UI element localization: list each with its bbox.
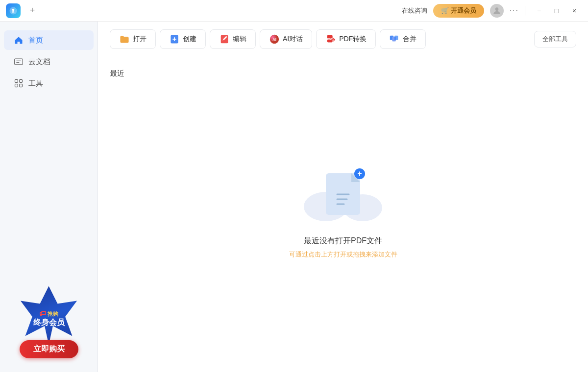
empty-main-text: 最近没有打开PDF文件 (304, 236, 382, 246)
empty-illustration: + (304, 163, 382, 226)
open-button[interactable]: 打开 (110, 29, 156, 49)
maximize-button[interactable]: □ (549, 4, 564, 18)
sidebar-item-cloud-label: 云文档 (28, 57, 50, 67)
new-tab-button[interactable]: + (26, 5, 38, 17)
svg-rect-4 (15, 80, 18, 83)
toolbar: 打开 创建 编辑 (98, 22, 588, 57)
app-logo (6, 3, 21, 18)
window-controls: − □ × (531, 4, 582, 18)
sidebar-item-tools[interactable]: 工具 (4, 73, 94, 93)
svg-text:AI: AI (272, 38, 276, 42)
close-button[interactable]: × (566, 4, 582, 18)
minimize-button[interactable]: − (531, 4, 547, 18)
vip-button[interactable]: 🛒 开通会员 (433, 4, 484, 18)
sidebar-promo: 🏷 抢购 终身会员 立即购买 (0, 280, 98, 364)
svg-rect-7 (20, 84, 23, 87)
promo-container: 🏷 抢购 终身会员 立即购买 (6, 288, 92, 356)
svg-rect-6 (15, 84, 18, 87)
cart-icon: 🛒 (441, 7, 449, 14)
promo-top-label: 🏷 抢购 (39, 309, 58, 318)
promo-buy-button[interactable]: 立即购买 (20, 340, 78, 358)
svg-rect-3 (15, 59, 23, 65)
svg-point-2 (495, 7, 498, 11)
promo-icon[interactable]: 🏷 抢购 终身会员 立即购买 (15, 288, 83, 356)
ai-button[interactable]: AI AI对话 (260, 29, 312, 49)
create-button[interactable]: 创建 (160, 29, 206, 49)
more-options-button[interactable]: ··· (510, 6, 519, 15)
sidebar-item-home-label: 首页 (28, 36, 43, 45)
consult-link[interactable]: 在线咨询 (402, 6, 427, 15)
sidebar: 首页 云文档 工具 (0, 22, 98, 372)
recent-title: 最近 (110, 69, 124, 78)
svg-text:PDF: PDF (327, 38, 333, 41)
titlebar: + 在线咨询 🛒 开通会员 ··· − □ × (0, 0, 588, 22)
titlebar-right: 在线咨询 🛒 开通会员 ··· − □ × (402, 4, 582, 18)
doc-plus-icon: + (354, 168, 365, 179)
promo-main-label: 终身会员 (33, 318, 65, 328)
pdf-convert-button[interactable]: PDF PDF转换 (316, 29, 376, 49)
main-layout: 首页 云文档 工具 (0, 22, 588, 372)
promo-star-shape: 🏷 抢购 终身会员 (20, 286, 78, 345)
svg-rect-5 (20, 80, 23, 83)
content-area: 打开 创建 编辑 (98, 22, 588, 372)
all-tools-button[interactable]: 全部工具 (534, 31, 576, 47)
merge-button[interactable]: 合并 (380, 29, 426, 49)
edit-button[interactable]: 编辑 (210, 29, 256, 49)
separator (525, 6, 525, 16)
sidebar-item-cloud[interactable]: 云文档 (4, 52, 94, 71)
avatar[interactable] (490, 4, 504, 18)
empty-sub-text: 可通过点击上方打开或拖拽来添加文件 (289, 250, 397, 259)
svg-rect-18 (394, 36, 398, 40)
doc-icon: + (326, 173, 360, 215)
recent-area: 最近 + (98, 57, 588, 372)
sidebar-item-home[interactable]: 首页 (4, 30, 94, 50)
svg-point-1 (14, 8, 16, 10)
sidebar-item-tools-label: 工具 (28, 79, 43, 88)
empty-state: + 最近没有打开PDF文件 可通过点击上方打开或拖拽来添加文件 (110, 90, 576, 360)
